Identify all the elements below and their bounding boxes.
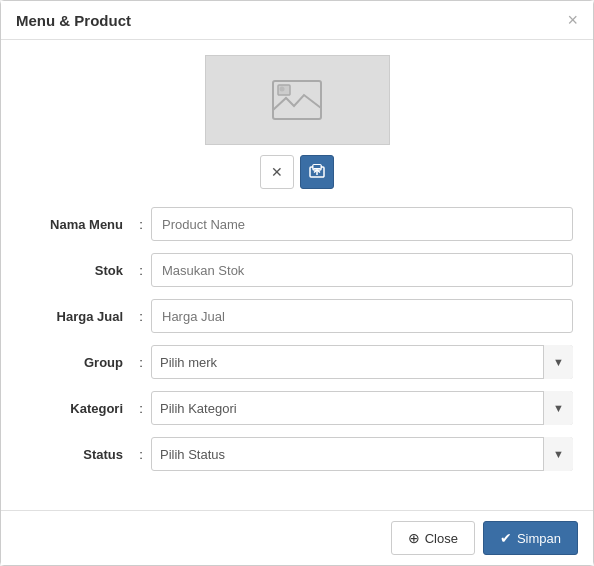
label-group: Group xyxy=(21,355,131,370)
form-row-harga-jual: Harga Jual : xyxy=(21,299,573,333)
select-status[interactable]: Pilih Status xyxy=(151,437,573,471)
modal-close-x-button[interactable]: × xyxy=(567,11,578,29)
upload-image-button[interactable] xyxy=(300,155,334,189)
select-wrapper-group: Pilih merk ▼ xyxy=(151,345,573,379)
select-group[interactable]: Pilih merk xyxy=(151,345,573,379)
close-button-icon: ⊕ xyxy=(408,530,420,546)
input-stok[interactable] xyxy=(151,253,573,287)
colon-kategori: : xyxy=(131,401,151,416)
upload-icon xyxy=(309,164,325,181)
remove-icon: ✕ xyxy=(271,164,283,180)
label-status: Status xyxy=(21,447,131,462)
select-wrapper-status: Pilih Status ▼ xyxy=(151,437,573,471)
select-wrapper-kategori: Pilih Kategori ▼ xyxy=(151,391,573,425)
remove-image-button[interactable]: ✕ xyxy=(260,155,294,189)
save-button-label: Simpan xyxy=(517,531,561,546)
form-row-status: Status : Pilih Status ▼ xyxy=(21,437,573,471)
colon-status: : xyxy=(131,447,151,462)
form-row-stok: Stok : xyxy=(21,253,573,287)
colon-group: : xyxy=(131,355,151,370)
image-action-buttons: ✕ xyxy=(260,155,334,189)
modal-footer: ⊕ Close ✔ Simpan xyxy=(1,510,593,565)
input-harga-jual[interactable] xyxy=(151,299,573,333)
close-button[interactable]: ⊕ Close xyxy=(391,521,475,555)
colon-stok: : xyxy=(131,263,151,278)
svg-point-2 xyxy=(280,87,285,92)
colon-harga-jual: : xyxy=(131,309,151,324)
image-placeholder-icon xyxy=(272,80,322,120)
image-preview xyxy=(205,55,390,145)
label-harga-jual: Harga Jual xyxy=(21,309,131,324)
modal-container: Menu & Product × ✕ xyxy=(0,0,594,566)
input-nama-menu[interactable] xyxy=(151,207,573,241)
modal-header: Menu & Product × xyxy=(1,1,593,40)
svg-rect-5 xyxy=(313,164,321,168)
save-button-icon: ✔ xyxy=(500,530,512,546)
form-section: Nama Menu : Stok : Harga Jual : Group : xyxy=(21,207,573,483)
form-row-nama-menu: Nama Menu : xyxy=(21,207,573,241)
close-button-label: Close xyxy=(425,531,458,546)
save-button[interactable]: ✔ Simpan xyxy=(483,521,578,555)
form-row-kategori: Kategori : Pilih Kategori ▼ xyxy=(21,391,573,425)
select-kategori[interactable]: Pilih Kategori xyxy=(151,391,573,425)
colon-nama-menu: : xyxy=(131,217,151,232)
label-stok: Stok xyxy=(21,263,131,278)
form-row-group: Group : Pilih merk ▼ xyxy=(21,345,573,379)
label-kategori: Kategori xyxy=(21,401,131,416)
modal-body: ✕ Nama Menu : xyxy=(1,40,593,510)
modal-title: Menu & Product xyxy=(16,12,131,29)
label-nama-menu: Nama Menu xyxy=(21,217,131,232)
